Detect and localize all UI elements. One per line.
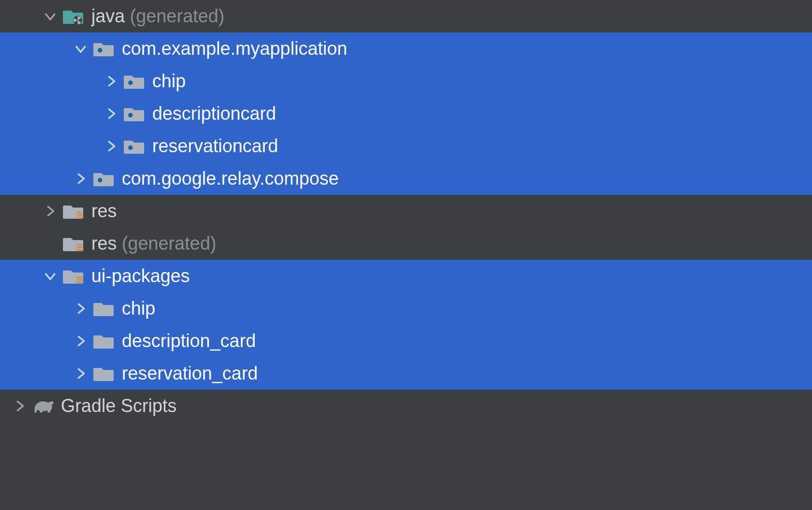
resource-folder-icon: [63, 267, 84, 285]
package-folder-icon: [93, 170, 115, 187]
tree-item-label: Gradle Scripts: [61, 397, 177, 415]
chevron-right-icon[interactable]: [73, 302, 88, 315]
tree-item-description-card-uipkg[interactable]: description_card: [0, 325, 812, 357]
resource-folder-icon: [63, 235, 84, 252]
chevron-right-icon[interactable]: [73, 367, 88, 380]
tree-item-label: descriptioncard: [152, 105, 276, 123]
tree-item-chip-uipkg[interactable]: chip: [0, 292, 812, 325]
tree-item-label: com.example.myapplication: [122, 40, 347, 58]
folder-icon: [93, 365, 115, 382]
tree-item-label: chip: [122, 299, 155, 318]
tree-item-com-example-myapplication[interactable]: com.example.myapplication: [0, 32, 812, 65]
tree-item-res-generated[interactable]: res (generated): [0, 227, 812, 260]
chevron-right-icon[interactable]: [43, 205, 58, 218]
tree-item-label: res (generated): [91, 234, 216, 253]
tree-item-label: reservationcard: [152, 137, 278, 155]
tree-item-label: ui-packages: [91, 267, 190, 285]
folder-icon: [93, 332, 115, 350]
tree-item-label: res: [91, 202, 117, 220]
tree-item-reservation-card-uipkg[interactable]: reservation_card: [0, 357, 812, 390]
tree-item-label: reservation_card: [122, 364, 258, 383]
tree-item-reservationcard-pkg[interactable]: reservationcard: [0, 130, 812, 162]
tree-item-chip-pkg[interactable]: chip: [0, 65, 812, 97]
tree-item-label: com.google.relay.compose: [122, 169, 339, 188]
package-folder-icon: [93, 40, 115, 57]
chevron-right-icon[interactable]: [104, 75, 119, 88]
tree-item-res[interactable]: res: [0, 195, 812, 227]
gradle-icon: [32, 397, 54, 415]
tree-item-gradle-scripts[interactable]: Gradle Scripts: [0, 390, 812, 422]
tree-item-descriptioncard-pkg[interactable]: descriptioncard: [0, 97, 812, 130]
tree-item-label: java (generated): [91, 7, 224, 25]
tree-item-label: chip: [152, 72, 186, 90]
tree-item-com-google-relay-compose[interactable]: com.google.relay.compose: [0, 162, 812, 195]
chevron-down-icon[interactable]: [73, 42, 88, 55]
chevron-down-icon[interactable]: [43, 10, 58, 23]
package-folder-icon: [124, 138, 145, 155]
folder-icon: [93, 300, 115, 317]
chevron-down-icon[interactable]: [43, 269, 58, 283]
chevron-right-icon[interactable]: [104, 140, 119, 153]
package-folder-icon: [124, 105, 145, 122]
tree-item-ui-packages[interactable]: ui-packages: [0, 260, 812, 292]
resource-folder-icon: [63, 202, 84, 220]
tree-item-label: description_card: [122, 332, 256, 350]
source-folder-icon: [63, 8, 84, 25]
chevron-right-icon[interactable]: [73, 172, 88, 185]
chevron-right-icon[interactable]: [104, 107, 119, 120]
tree-item-java-generated[interactable]: java (generated): [0, 0, 812, 32]
chevron-right-icon[interactable]: [73, 334, 88, 348]
package-folder-icon: [124, 73, 145, 90]
chevron-right-icon[interactable]: [12, 399, 27, 413]
